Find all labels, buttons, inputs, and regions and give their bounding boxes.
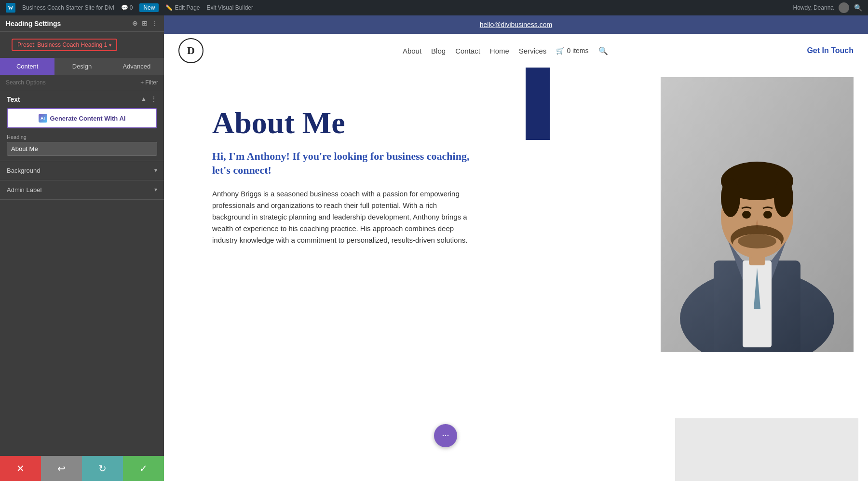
filter-label: Filter [145, 79, 158, 86]
about-subheading: Hi, I'm Anthony! If you're looking for b… [212, 150, 473, 177]
edit-page-button[interactable]: ✏️ Edit Page [165, 4, 200, 11]
gray-decorative-block [675, 418, 858, 481]
top-bar: hello@divibusiness.com [164, 15, 868, 34]
about-heading: About Me [212, 106, 473, 140]
nav-about[interactable]: About [403, 47, 421, 55]
preset-caret-icon: ▾ [109, 42, 111, 48]
focus-icon[interactable]: ⊕ [132, 19, 138, 27]
svg-point-11 [763, 211, 772, 219]
nav-bar: D About Blog Contact Home Services 🛒 0 i… [164, 34, 868, 68]
svg-point-8 [721, 179, 740, 217]
nav-links: About Blog Contact Home Services 🛒 0 ite… [403, 46, 608, 55]
nav-contact[interactable]: Contact [455, 47, 480, 55]
filter-button[interactable]: + Filter [140, 79, 158, 86]
get-in-touch-button[interactable]: Get In Touch [807, 46, 854, 55]
panel-header: Heading Settings ⊕ ⊞ ⋮ [0, 15, 164, 32]
background-section-title: Background [7, 167, 40, 174]
search-input[interactable] [6, 79, 137, 86]
ai-icon: AI [39, 114, 47, 123]
save-button[interactable]: ✓ [123, 456, 164, 481]
person-silhouette [661, 77, 854, 352]
svg-point-14 [738, 234, 776, 248]
preset-area: Preset: Business Coach Heading 1 ▾ [0, 32, 164, 58]
blue-decorative-block [526, 68, 550, 140]
section-icons: ▲ ⋮ [141, 95, 157, 103]
preset-label: Preset: Business Coach Heading 1 [17, 41, 107, 48]
admin-label-chevron-icon: ▾ [154, 186, 157, 193]
svg-point-9 [774, 179, 793, 217]
admin-bar-right: Howdy, Deanna 🔍 [793, 2, 863, 13]
wp-logo-icon[interactable]: W [6, 3, 15, 13]
about-image-section [502, 68, 868, 481]
nav-blog[interactable]: Blog [431, 47, 446, 55]
floating-more-button[interactable]: ··· [434, 424, 457, 447]
tab-content[interactable]: Content [0, 58, 54, 75]
sidebar-panel: Heading Settings ⊕ ⊞ ⋮ Preset: Business … [0, 15, 164, 481]
text-section-chevron-icon: ▲ [141, 96, 147, 103]
nav-cart[interactable]: 🛒 0 items [556, 47, 588, 55]
text-section-title: Text [7, 96, 20, 103]
admin-search-icon[interactable]: 🔍 [854, 4, 862, 12]
comment-icon: 💬 [121, 4, 128, 11]
comments-count: 0 [130, 4, 133, 11]
cart-count: 0 items [567, 47, 588, 55]
panel-tabs: Content Design Advanced [0, 58, 164, 75]
text-section-header[interactable]: Text ▲ ⋮ [7, 95, 157, 103]
text-section-more-icon[interactable]: ⋮ [150, 95, 157, 103]
about-body: Anthony Briggs is a seasoned business co… [212, 188, 473, 246]
avatar [839, 2, 849, 13]
main-wrapper: Heading Settings ⊕ ⊞ ⋮ Preset: Business … [0, 15, 868, 481]
svg-point-10 [742, 211, 751, 219]
nav-search-icon[interactable]: 🔍 [598, 46, 608, 55]
more-options-icon[interactable]: ⋮ [151, 19, 158, 27]
content-area: hello@divibusiness.com D About Blog Cont… [164, 15, 868, 481]
heading-input[interactable] [7, 142, 157, 156]
email-link[interactable]: hello@divibusiness.com [480, 21, 552, 28]
undo-button[interactable]: ↩ [41, 456, 82, 481]
page-content: About Me Hi, I'm Anthony! If you're look… [164, 68, 868, 481]
filter-plus-icon: + [140, 79, 144, 86]
redo-button[interactable]: ↻ [82, 456, 123, 481]
comments-badge[interactable]: 💬 0 [121, 4, 133, 11]
cart-icon: 🛒 [556, 47, 564, 55]
text-section: Text ▲ ⋮ AI Generate Content With AI Hea… [0, 90, 164, 161]
heading-field-label: Heading [7, 134, 157, 140]
generate-ai-label: Generate Content With AI [50, 115, 126, 122]
exit-builder-button[interactable]: Exit Visual Builder [207, 4, 254, 11]
site-logo[interactable]: D [178, 38, 203, 63]
cancel-button[interactable]: ✕ [0, 456, 41, 481]
admin-label-title: Admin Label [7, 186, 41, 193]
new-button[interactable]: New [139, 3, 159, 12]
background-section[interactable]: Background ▾ [0, 161, 164, 180]
tab-advanced[interactable]: Advanced [109, 58, 164, 75]
admin-label-section[interactable]: Admin Label ▾ [0, 180, 164, 200]
panel-header-icons: ⊕ ⊞ ⋮ [132, 19, 158, 27]
layout-icon[interactable]: ⊞ [142, 19, 148, 27]
nav-home[interactable]: Home [490, 47, 509, 55]
admin-bar-left: W Business Coach Starter Site for Divi 💬… [6, 3, 253, 13]
generate-ai-button[interactable]: AI Generate Content With AI [7, 108, 157, 128]
search-bar: + Filter [0, 75, 164, 90]
preset-button[interactable]: Preset: Business Coach Heading 1 ▾ [12, 39, 117, 51]
howdy-text: Howdy, Deanna [793, 4, 834, 11]
pencil-icon: ✏️ [165, 4, 173, 11]
about-text-section: About Me Hi, I'm Anthony! If you're look… [164, 68, 502, 481]
person-photo [661, 77, 854, 352]
tab-design[interactable]: Design [54, 58, 109, 75]
panel-bottom: ✕ ↩ ↻ ✓ [0, 456, 164, 481]
edit-page-label: Edit Page [175, 4, 200, 11]
panel-title: Heading Settings [6, 20, 61, 27]
wp-admin-bar: W Business Coach Starter Site for Divi 💬… [0, 0, 868, 15]
nav-services[interactable]: Services [519, 47, 547, 55]
background-chevron-icon: ▾ [154, 167, 157, 174]
site-name: Business Coach Starter Site for Divi [22, 4, 114, 11]
